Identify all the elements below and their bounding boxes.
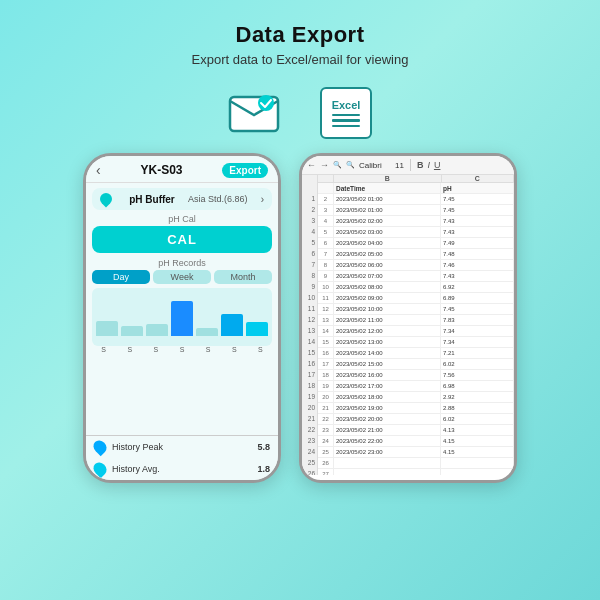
row-num-3: 3 [302,215,317,226]
chart-label-7: S [249,346,272,353]
cal-button[interactable]: CAL [92,226,272,253]
col-header-b: B [334,175,442,182]
left-phone-inner: ‹ YK-S03 Export pH Buffer Asia Std.(6.86… [86,156,278,480]
table-row: 212023/05/02 19:002.88 [318,403,514,414]
phone-topbar: ‹ YK-S03 Export [86,156,278,183]
bar-7 [246,322,268,336]
cell-header-c: pH [441,183,514,193]
excel-lines [332,114,360,128]
history-avg-label: History Avg. [112,464,251,474]
month-button[interactable]: Month [214,270,272,284]
excel-line-2 [332,119,360,122]
spreadsheet-toolbar: ← → 🔍 🔍 Calibri 11 B I U [302,156,514,175]
table-row: 102023/05/02 08:006.92 [318,282,514,293]
table-row: 72023/05/02 05:007.48 [318,249,514,260]
data-rows: DateTime pH 22023/05/02 01:007.45 32023/… [318,183,514,475]
table-row: 26 [318,458,514,469]
bar-5 [196,328,218,336]
sheet-content: B C DateTime pH 22023/05/02 01:007.45 32… [318,175,514,475]
table-row: 32023/05/02 01:007.45 [318,205,514,216]
day-button[interactable]: Day [92,270,150,284]
row-num-12: 12 [302,314,317,325]
row-num-11: 11 [302,303,317,314]
cal-btn-wrap: CAL [92,226,272,253]
row-num-9: 9 [302,281,317,292]
table-row: 242023/05/02 22:004.15 [318,436,514,447]
phone-bottom: History Peak 5.8 History Avg. 1.8 [86,435,278,480]
page-subtitle: Export data to Excel/email for viewing [192,52,409,67]
table-row: 62023/05/02 04:007.49 [318,238,514,249]
chart-label-5: S [197,346,220,353]
table-row: 172023/05/02 15:006.02 [318,359,514,370]
row-num-7: 7 [302,259,317,270]
bar-chart [92,288,272,346]
phones-row: ‹ YK-S03 Export pH Buffer Asia Std.(6.86… [0,153,600,483]
row-num-18: 18 [302,380,317,391]
row-num-13: 13 [302,325,317,336]
row-num-10: 10 [302,292,317,303]
toolbar-back-icon[interactable]: ← [307,160,316,170]
table-row: 182023/05/02 16:007.56 [318,370,514,381]
cell-header-a [318,183,334,193]
bar-2 [121,326,143,336]
table-row: 142023/05/02 12:007.34 [318,326,514,337]
row-num-4: 4 [302,226,317,237]
row-num-24: 24 [302,446,317,457]
ph-cal-label: pH Cal [86,214,278,224]
week-button[interactable]: Week [153,270,211,284]
excel-line-1 [332,114,360,117]
underline-icon[interactable]: U [434,160,441,170]
excel-label: Excel [332,99,361,111]
row-num-2: 2 [302,204,317,215]
day-week-month-selector: Day Week Month [92,270,272,284]
toolbar-zoom-icon[interactable]: 🔍 [333,161,342,169]
row-num-1: 1 [302,193,317,204]
table-row: 27 [318,469,514,475]
cell-header-b: DateTime [334,183,441,193]
toolbar-forward-icon[interactable]: → [320,160,329,170]
table-row: 122023/05/02 10:007.45 [318,304,514,315]
toolbar-zoom2-icon[interactable]: 🔍 [346,161,355,169]
chart-labels: S S S S S S S [92,346,272,353]
drop-icon [98,191,115,208]
excel-icon: Excel [320,87,372,139]
row-num-22: 22 [302,424,317,435]
table-row: 202023/05/02 18:002.92 [318,392,514,403]
phone-screen-title: YK-S03 [140,163,182,177]
row-num-20: 20 [302,402,317,413]
bold-icon[interactable]: B [417,160,424,170]
excel-line-3 [332,125,360,128]
toolbar-separator [410,159,411,171]
left-phone: ‹ YK-S03 Export pH Buffer Asia Std.(6.86… [83,153,281,483]
table-row: 152023/05/02 13:007.34 [318,337,514,348]
row-num-6: 6 [302,248,317,259]
font-name-label[interactable]: Calibri [359,161,391,170]
row-num-8: 8 [302,270,317,281]
history-avg-value: 1.8 [257,464,270,474]
chart-label-1: S [92,346,115,353]
table-header-row: DateTime pH [318,183,514,194]
row-numbers: 1 2 3 4 5 6 7 8 9 10 11 12 13 14 15 16 1… [302,175,318,475]
col-header-a [318,175,334,182]
table-row: 82023/05/02 06:007.46 [318,260,514,271]
chart-label-3: S [144,346,167,353]
italic-icon[interactable]: I [427,160,430,170]
bar-4 [171,301,193,336]
table-row: 252023/05/02 23:004.15 [318,447,514,458]
font-size-label[interactable]: 11 [395,161,404,170]
table-row: 222023/05/02 20:006.02 [318,414,514,425]
spreadsheet-body: 1 2 3 4 5 6 7 8 9 10 11 12 13 14 15 16 1… [302,175,514,475]
bar-1 [96,321,118,336]
right-phone: ← → 🔍 🔍 Calibri 11 B I U 1 2 3 4 5 6 7 8 [299,153,517,483]
table-row: 132023/05/02 11:007.83 [318,315,514,326]
export-button[interactable]: Export [222,163,268,178]
row-num-16: 16 [302,358,317,369]
ph-buffer-section[interactable]: pH Buffer Asia Std.(6.86) › [92,188,272,210]
email-icon-box [228,93,280,133]
back-arrow-icon[interactable]: ‹ [96,162,101,178]
chevron-right-icon: › [261,194,264,205]
ph-buffer-label: pH Buffer [129,194,175,205]
table-row: 52023/05/02 03:007.43 [318,227,514,238]
row-num-25: 25 [302,457,317,468]
page-header: Data Export Export data to Excel/email f… [192,22,409,67]
